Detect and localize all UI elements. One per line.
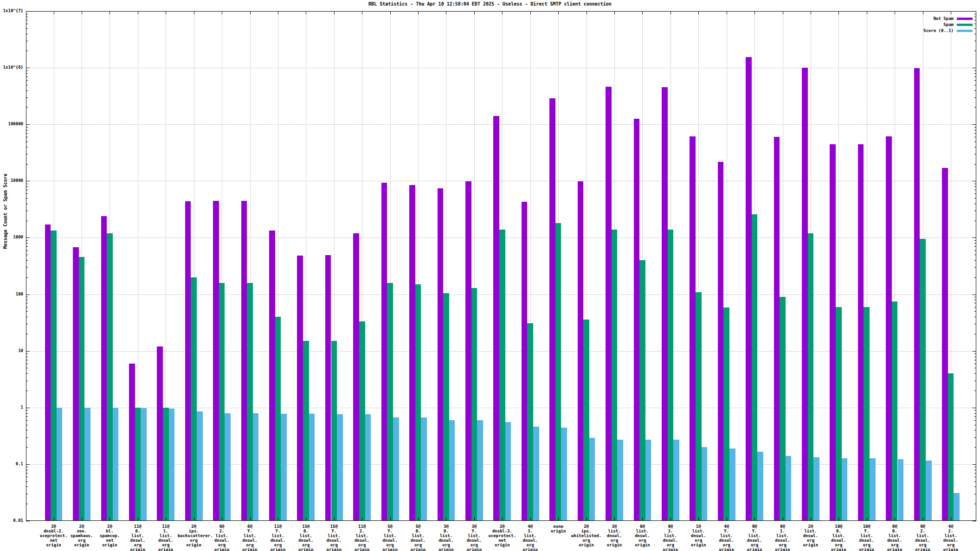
y-minor-tick: [26, 240, 28, 241]
y-major-tick: [26, 68, 30, 68]
y-tick-label: 0.01: [0, 519, 23, 523]
y-minor-tick: [974, 127, 976, 128]
y-minor-tick: [974, 470, 976, 470]
y-minor-tick: [974, 240, 976, 241]
y-minor-tick: [26, 360, 28, 360]
y-minor-tick: [974, 193, 976, 194]
y-minor-tick: [974, 73, 976, 74]
y-minor-tick: [974, 147, 976, 147]
y-minor-tick: [974, 477, 976, 477]
x-tick-bottom: [614, 518, 615, 521]
x-tick-bottom: [418, 518, 419, 521]
x-tick-top: [82, 11, 82, 14]
y-minor-tick: [26, 255, 28, 255]
y-minor-tick: [974, 130, 976, 130]
x-tick-top: [642, 11, 643, 14]
y-minor-tick: [974, 307, 976, 308]
y-minor-tick: [974, 494, 976, 494]
y-minor-tick: [974, 300, 976, 300]
y-minor-tick: [26, 198, 28, 199]
y-minor-tick: [974, 70, 976, 71]
y-minor-tick: [26, 147, 28, 147]
y-tick-label: 1x10^{6}: [0, 65, 23, 70]
y-minor-tick: [974, 246, 976, 247]
y-minor-tick: [974, 481, 976, 482]
x-tick-bottom: [194, 518, 194, 521]
y-minor-tick: [26, 190, 28, 190]
y-minor-tick: [974, 467, 976, 467]
x-tick-top: [110, 11, 110, 14]
y-minor-tick: [26, 470, 28, 470]
y-minor-tick: [974, 250, 976, 251]
y-minor-tick: [26, 425, 28, 425]
y-minor-tick: [974, 133, 976, 134]
y-minor-tick: [26, 246, 28, 247]
x-tick-bottom: [642, 518, 643, 521]
y-minor-tick: [26, 193, 28, 194]
x-tick-top: [446, 11, 446, 14]
x-tick-top: [895, 11, 895, 14]
x-tick-bottom: [923, 518, 923, 521]
y-minor-tick: [974, 90, 976, 91]
x-tick-top: [250, 11, 251, 14]
x-tick-top: [614, 11, 615, 14]
x-tick-top: [838, 11, 839, 14]
y-tick-label: 10000: [0, 179, 23, 183]
y-minor-tick: [974, 413, 976, 414]
y-minor-tick: [974, 184, 976, 184]
y-minor-tick: [974, 360, 976, 360]
y-minor-tick: [26, 297, 28, 297]
y-minor-tick: [26, 260, 28, 261]
y-minor-tick: [974, 24, 976, 24]
y-minor-tick: [974, 28, 976, 29]
y-major-tick: [973, 68, 976, 68]
y-minor-tick: [974, 324, 976, 324]
y-minor-tick: [974, 198, 976, 199]
x-tick-bottom: [698, 518, 699, 521]
x-tick-top: [754, 11, 755, 14]
y-minor-tick: [974, 41, 976, 41]
y-minor-tick: [26, 447, 28, 448]
y-minor-tick: [26, 437, 28, 438]
x-tick-bottom: [138, 518, 138, 521]
x-tick-bottom: [895, 518, 895, 521]
y-minor-tick: [26, 504, 28, 504]
y-minor-tick: [26, 14, 28, 14]
y-major-tick: [26, 521, 30, 521]
x-tick-bottom: [754, 518, 755, 521]
y-minor-tick: [974, 267, 976, 268]
y-minor-tick: [26, 243, 28, 243]
y-tick-label: 100: [0, 292, 23, 296]
x-tick-top: [951, 11, 951, 14]
y-minor-tick: [26, 368, 28, 368]
y-major-tick: [26, 11, 30, 12]
y-minor-tick: [974, 164, 976, 165]
x-tick-bottom: [334, 518, 335, 521]
y-minor-tick: [26, 34, 28, 34]
y-minor-tick: [974, 297, 976, 297]
y-minor-tick: [974, 107, 976, 108]
y-minor-tick: [974, 255, 976, 255]
y-minor-tick: [26, 154, 28, 154]
y-minor-tick: [26, 80, 28, 81]
y-minor-tick: [26, 51, 28, 51]
y-minor-tick: [974, 357, 976, 357]
y-axis-label: Message Count or Spam Score: [3, 158, 8, 265]
x-tick-bottom: [474, 518, 475, 521]
y-minor-tick: [26, 133, 28, 134]
x-tick-top: [138, 11, 138, 14]
y-minor-tick: [974, 447, 976, 448]
y-minor-tick: [974, 353, 976, 354]
y-minor-tick: [26, 481, 28, 482]
x-tick-top: [362, 11, 362, 14]
y-minor-tick: [26, 311, 28, 312]
y-minor-tick: [974, 14, 976, 14]
y-major-tick: [26, 351, 30, 352]
x-tick-top: [783, 11, 783, 14]
y-minor-tick: [26, 141, 28, 142]
y-minor-tick: [974, 137, 976, 137]
y-minor-tick: [26, 277, 28, 278]
y-minor-tick: [26, 410, 28, 410]
y-minor-tick: [974, 97, 976, 98]
y-tick-label: 1000: [0, 235, 23, 239]
